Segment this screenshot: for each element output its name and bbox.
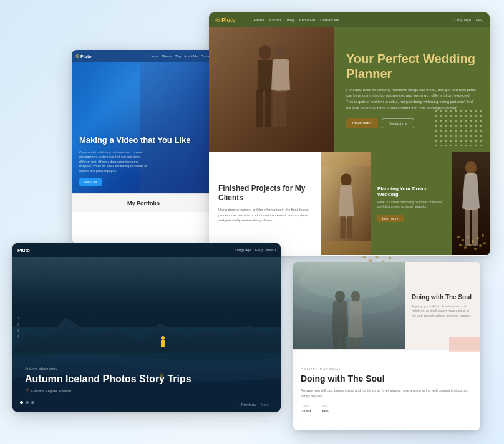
wedding-nav-links: Home Albums Blog About Me Contact Me [254, 18, 339, 22]
svg-rect-13 [465, 208, 470, 246]
wedding-hero-btns: Place order Contact me [346, 118, 477, 128]
wedding-card-btn[interactable]: Learn more [377, 215, 404, 222]
portfolio-hero-btn[interactable]: About me [79, 178, 102, 186]
svg-point-28 [299, 262, 399, 299]
iceland-nav: Pluto Language FAQ Menu [12, 243, 281, 257]
iceland-card: Pluto Language FAQ Menu 1 2 3 4 Autumn p… [12, 243, 281, 412]
soul-card: Doing with The Soul Anyway, you still ca… [293, 262, 480, 430]
svg-rect-2 [256, 90, 263, 127]
wedding-plan-card: Planning Your Dream Wedding When it's ab… [371, 152, 452, 255]
wedding-section-sub: Using dummy content or fake information … [218, 207, 312, 223]
soul-meta: Client Client Date Date [301, 404, 473, 413]
slide-nav: ← Previous Next → [236, 403, 273, 407]
wedding-hero-photo [209, 27, 334, 152]
svg-rect-10 [347, 216, 352, 239]
iceland-text: Autumn photo story Autumn Iceland Photos… [25, 367, 191, 393]
portfolio-card: Pluto Home Albums Blog About Me Contact … [72, 50, 215, 243]
bride-photo-svg [452, 152, 490, 255]
svg-point-0 [259, 45, 271, 60]
iceland-logo: Pluto [17, 248, 30, 253]
slide-indicators [20, 401, 34, 404]
wedding-nav: Pluto Home Albums Blog About Me Contact … [209, 12, 490, 27]
svg-point-8 [341, 173, 351, 186]
couple-silhouette [234, 40, 309, 152]
side-numbers: 1 2 3 4 [17, 316, 19, 339]
soul-photo-svg [293, 262, 405, 349]
wedding-section-title: Finished Projects for My Clients [218, 184, 312, 203]
portfolio-hero-title: Making a Video that You Like [79, 135, 208, 145]
soul-bottom-title: Doing with The Soul [301, 374, 473, 384]
soul-top-right: Doing with The Soul Anyway, you still ca… [405, 262, 480, 349]
wedding-couple-photo [321, 152, 371, 255]
wedding-bride-photo [452, 152, 490, 255]
soul-client-value: Client [301, 409, 311, 413]
svg-rect-6 [279, 90, 286, 127]
wedding-card: Pluto Home Albums Blog About Me Contact … [209, 12, 490, 256]
soul-client-label: Client [301, 404, 311, 408]
iceland-title: Autumn Iceland Photos Story Trips [25, 373, 191, 385]
svg-rect-27 [293, 262, 405, 349]
svg-rect-1 [258, 60, 273, 91]
soul-client-meta: Client Client [301, 404, 311, 413]
svg-rect-32 [340, 337, 346, 349]
portfolio-footer: My Portfolio [72, 193, 215, 212]
svg-rect-31 [333, 337, 339, 349]
svg-point-4 [275, 46, 286, 59]
svg-point-29 [293, 284, 405, 315]
couple-photo-svg [321, 152, 371, 255]
portfolio-footer-text: My Portfolio [127, 200, 160, 206]
soul-date-value: Date [321, 409, 329, 413]
svg-rect-14 [472, 208, 478, 246]
iceland-fog [12, 257, 281, 307]
svg-rect-35 [356, 337, 361, 349]
svg-rect-9 [341, 216, 346, 239]
svg-point-33 [351, 291, 360, 302]
soul-date-label: Date [321, 404, 329, 408]
wedding-body-left: Finished Projects for My Clients Using d… [209, 152, 321, 255]
wedding-body-right: Planning Your Dream Wedding When it's ab… [321, 152, 490, 255]
soul-top-title: Doing with The Soul [412, 293, 474, 301]
wedding-contact-btn[interactable]: Contact me [382, 118, 415, 128]
slide-dot-3[interactable] [31, 401, 34, 404]
soul-bottom-sub: Anyway, you still can. Lorem ipsum and r… [301, 388, 473, 399]
portfolio-nav: Pluto Home Albums Blog About Me Contact [72, 50, 215, 62]
prev-btn[interactable]: ← Previous [236, 403, 256, 407]
wedding-nav-right: Language FAQ [454, 18, 483, 22]
wedding-place-order-btn[interactable]: Place order [346, 118, 378, 128]
soul-couple-photo [293, 262, 405, 349]
svg-point-30 [335, 291, 345, 302]
wedding-hero-title: Your Perfect Wedding Planner [346, 51, 477, 81]
iceland-nav-right: Language FAQ Menu [235, 248, 276, 252]
soul-top-sub: Anyway, you still can. Lorem ipsum and r… [412, 304, 474, 319]
iceland-hero: Pluto Language FAQ Menu 1 2 3 4 Autumn p… [12, 243, 281, 412]
svg-point-12 [465, 161, 477, 175]
soul-bottom-label: Beauty Material [301, 367, 473, 371]
svg-rect-5 [271, 90, 278, 127]
portfolio-logo: Pluto [75, 54, 92, 59]
iceland-tag: Autumn photo story [25, 367, 191, 370]
svg-point-42 [363, 256, 366, 259]
pink-accent-block [449, 337, 480, 352]
wedding-logo: Pluto [215, 17, 236, 23]
svg-point-46 [389, 257, 392, 260]
next-btn[interactable]: Next → [261, 403, 273, 407]
portfolio-hero: Making a Video that You Like Commercial … [72, 62, 215, 193]
portfolio-nav-links: Home Albums Blog About Me Contact [150, 54, 211, 58]
wedding-hero: Your Perfect Wedding Planner Funerals, r… [209, 27, 490, 152]
soul-bottom: Beauty Material Doing with The Soul Anyw… [293, 349, 480, 430]
wedding-card-title: Planning Your Dream Wedding [377, 186, 446, 197]
wedding-hero-sub: Funerals, rules for differing moments th… [346, 87, 477, 111]
portfolio-hero-sub: Commercial publishing platforms and cont… [79, 150, 148, 174]
wedding-body: Finished Projects for My Clients Using d… [209, 152, 490, 255]
iceland-location: Eastern Region, Iceland [25, 388, 191, 393]
svg-point-44 [376, 256, 379, 259]
soul-date-meta: Date Date [321, 404, 329, 413]
wedding-card-sub: When it's about controlling hundreds of … [377, 200, 446, 210]
yellow-figure [160, 336, 165, 347]
slide-dot-1[interactable] [20, 401, 23, 404]
portfolio-hero-photo [140, 62, 215, 193]
svg-rect-34 [349, 337, 354, 349]
wedding-hero-content: Your Perfect Wedding Planner Funerals, r… [334, 27, 490, 152]
slide-dot-2[interactable] [26, 401, 29, 404]
soul-top: Doing with The Soul Anyway, you still ca… [293, 262, 480, 349]
